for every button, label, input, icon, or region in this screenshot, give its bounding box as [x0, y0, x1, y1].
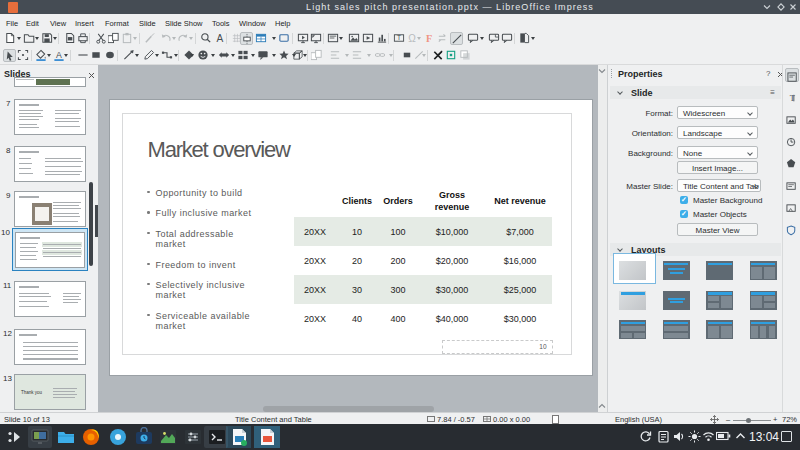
svg-text:T: T [397, 34, 401, 41]
svg-text:Ω: Ω [408, 33, 416, 44]
svg-text:A: A [56, 50, 62, 60]
svg-text:F: F [425, 33, 431, 44]
svg-text:A: A [216, 33, 223, 44]
